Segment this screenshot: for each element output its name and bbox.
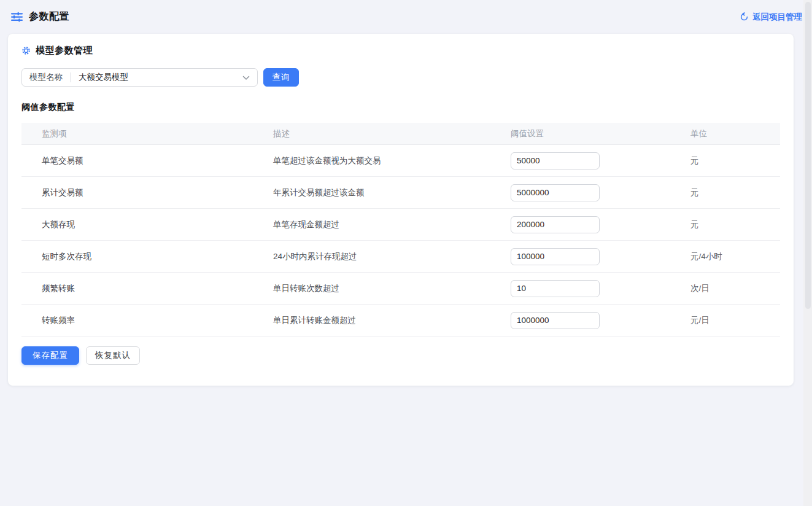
back-link-label: 返回项目管理 xyxy=(752,12,802,23)
card-header: 模型参数管理 xyxy=(21,45,780,56)
select-label: 模型名称 xyxy=(22,72,70,83)
monitor-item-label: 转账频率 xyxy=(21,315,253,326)
col-header-unit: 单位 xyxy=(670,128,780,139)
col-header-desc: 描述 xyxy=(253,128,490,139)
threshold-input[interactable] xyxy=(511,216,600,233)
chevron-down-icon xyxy=(242,76,250,80)
monitor-item-description: 单笔存现金额超过 xyxy=(253,219,490,230)
table-row: 大额存现 单笔存现金额超过 元 xyxy=(21,209,780,241)
select-value: 大额交易模型 xyxy=(71,72,128,83)
table-row: 短时多次存现 24小时内累计存现超过 元/4小时 xyxy=(21,241,780,273)
monitor-item-description: 单日累计转账金额超过 xyxy=(253,315,490,326)
table-header-row: 监测项 描述 阈值设置 单位 xyxy=(21,123,780,145)
monitor-item-description: 年累计交易额超过该金额 xyxy=(253,187,490,198)
threshold-input[interactable] xyxy=(511,152,600,169)
query-button[interactable]: 查询 xyxy=(263,68,299,87)
table-row: 单笔交易额 单笔超过该金额视为大额交易 元 xyxy=(21,145,780,177)
top-bar: 参数配置 返回项目管理 xyxy=(0,0,812,34)
monitor-item-description: 单日转账次数超过 xyxy=(253,283,490,294)
unit-label: 元/4小时 xyxy=(670,251,780,262)
threshold-input[interactable] xyxy=(511,184,600,201)
monitor-item-label: 频繁转账 xyxy=(21,283,253,294)
monitor-item-description: 24小时内累计存现超过 xyxy=(253,251,490,262)
scrollbar-track[interactable] xyxy=(803,0,812,506)
monitor-item-description: 单笔超过该金额视为大额交易 xyxy=(253,155,490,166)
unit-label: 次/日 xyxy=(670,283,780,294)
action-buttons: 保存配置 恢复默认 xyxy=(21,346,780,365)
col-header-item: 监测项 xyxy=(21,128,253,139)
restore-default-button[interactable]: 恢复默认 xyxy=(86,346,140,365)
unit-label: 元 xyxy=(670,187,780,198)
model-name-select[interactable]: 模型名称 大额交易模型 xyxy=(21,68,258,87)
gear-icon xyxy=(21,46,31,55)
sliders-icon xyxy=(10,10,23,23)
threshold-input[interactable] xyxy=(511,280,600,297)
filter-row: 模型名称 大额交易模型 查询 xyxy=(21,68,780,87)
table-body: 单笔交易额 单笔超过该金额视为大额交易 元 累计交易额 年累计交易额超过该金额 … xyxy=(21,145,780,337)
unit-label: 元/日 xyxy=(670,315,780,326)
scrollbar-thumb[interactable] xyxy=(805,2,811,309)
table-row: 累计交易额 年累计交易额超过该金额 元 xyxy=(21,177,780,209)
unit-label: 元 xyxy=(670,155,780,166)
card-title: 模型参数管理 xyxy=(36,45,93,56)
table-row: 转账频率 单日累计转账金额超过 元/日 xyxy=(21,305,780,337)
monitor-item-label: 短时多次存现 xyxy=(21,251,253,262)
col-header-threshold: 阈值设置 xyxy=(490,128,670,139)
unit-label: 元 xyxy=(670,219,780,230)
threshold-table: 监测项 描述 阈值设置 单位 单笔交易额 单笔超过该金额视为大额交易 元 累计交… xyxy=(21,123,780,337)
undo-arrow-icon xyxy=(740,12,749,21)
monitor-item-label: 单笔交易额 xyxy=(21,155,253,166)
monitor-item-label: 累计交易额 xyxy=(21,187,253,198)
back-to-project-link[interactable]: 返回项目管理 xyxy=(740,12,802,23)
page-title: 参数配置 xyxy=(29,10,69,23)
model-parameter-card: 模型参数管理 模型名称 大额交易模型 查询 阈值参数配置 监测项 描述 阈值设置… xyxy=(8,34,794,386)
monitor-item-label: 大额存现 xyxy=(21,219,253,230)
threshold-input[interactable] xyxy=(511,248,600,265)
threshold-input[interactable] xyxy=(511,312,600,329)
section-title: 阈值参数配置 xyxy=(21,102,780,113)
table-row: 频繁转账 单日转账次数超过 次/日 xyxy=(21,273,780,305)
save-config-button[interactable]: 保存配置 xyxy=(21,346,79,365)
